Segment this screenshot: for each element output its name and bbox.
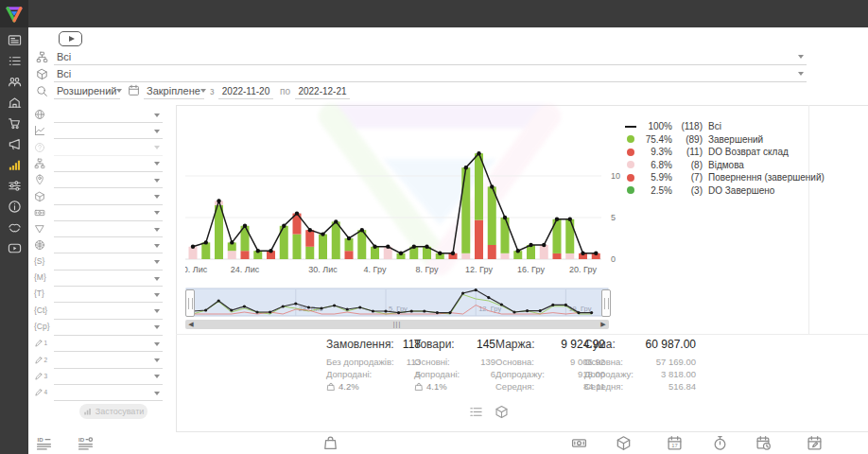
sidebar-item-video-lessons[interactable] [0,238,28,257]
utm-medium-select[interactable] [54,271,163,287]
toolbar-report-schedule[interactable] [755,435,772,451]
chevron-down-icon [154,358,160,362]
minimap-left-handle[interactable] [185,289,195,317]
sidebar-item-partners[interactable] [0,218,28,236]
toolbar-report-calendar[interactable]: 17 [667,435,683,451]
sidebar-item-shop[interactable] [0,114,28,132]
toggle-list-view[interactable] [469,405,483,419]
sidebar-item-settings[interactable] [0,176,28,195]
legend-percent: 6.8% [640,160,672,170]
toolbar-report-orders[interactable] [322,435,339,451]
sidebar-item-orders-list[interactable] [0,51,28,70]
utm-medium-icon: {M} [34,272,47,282]
svg-text:12. Гру: 12. Гру [478,305,501,313]
toolbar-report-id-list[interactable]: ID [36,435,52,451]
legend-count: (118) [672,121,703,131]
custom-field-1-icon: 1 [34,338,47,348]
legend-count: (3) [672,185,703,196]
status-group-select[interactable] [54,124,163,139]
scroll-right-arrow-icon[interactable]: ▶ [599,320,608,329]
orders-chart[interactable]: 051020. Лис24. Лис30. Лис4. Гру8. Гру12.… [185,112,628,276]
structure-select[interactable] [54,157,163,172]
cube-icon [34,191,45,202]
toggle-product-view[interactable] [495,405,509,419]
toolbar-report-id-o-list[interactable]: ID [78,435,94,451]
app-logo[interactable] [0,0,28,27]
toolbar-report-payments[interactable] [571,435,587,451]
stat-subrow: Допродані:6 [414,368,495,380]
toolbar-report-timing[interactable] [712,435,728,451]
utm-content-select[interactable] [54,305,163,320]
utm-term-select[interactable] [54,288,163,303]
legend-item-5[interactable]: 2.5%(3)DO Завершено [624,184,825,198]
product-filter-select[interactable]: Всі [54,66,807,82]
brand-logo-icon [5,5,24,24]
svg-text:4. Гру: 4. Гру [364,265,387,274]
date-from-value: 2022-11-20 [222,86,269,96]
play-icon [69,36,75,42]
custom-field-4-select[interactable] [54,386,163,401]
site-select[interactable] [54,238,163,253]
sidebar-item-marketing[interactable] [0,134,28,153]
reason-select[interactable] [54,141,163,156]
date-to-input[interactable]: 2022-12-21 [295,83,350,99]
stat-title: Замовлення: [326,338,394,351]
payment-select[interactable] [54,206,163,221]
help-icon [34,142,45,153]
stat-subrow: Без допродажів:113 [326,356,421,368]
utm-campaign-select[interactable] [54,321,163,336]
custom-field-1-select[interactable] [54,337,163,352]
sitemap-icon [34,158,45,169]
custom-field-3-select[interactable] [54,370,163,385]
filter-row-custom-field-1: 1 [34,337,166,352]
legend-item-4[interactable]: 5.9%(7)Повернення (завершений) [624,171,825,184]
sitemap-icon [36,51,48,63]
date-from-label: з [210,86,215,96]
chart-minimap[interactable]: 28. Лис5. Гру12. Гру19. Гру [185,288,609,320]
legend-label: Завершений [708,134,763,145]
chevron-down-icon [200,89,206,93]
chevron-down-icon [154,293,160,297]
stat-subrow: Допродані:5 [326,368,421,380]
legend-item-3[interactable]: 6.8%(8)Відмова [624,159,825,172]
funnel-icon [34,223,47,235]
search-mode-select[interactable]: Розширений [54,83,120,99]
video-tutorial-button[interactable] [59,31,82,46]
custom-field-2-select[interactable] [54,354,163,369]
utm-source-select[interactable] [54,255,163,271]
legend-dot-marker [627,186,634,194]
toolbar-report-planner[interactable] [807,435,823,451]
chevron-down-icon [154,244,160,248]
source-filter-value: Всі [54,51,71,62]
legend-item-1[interactable]: 75.4%(89)Завершений [624,133,825,147]
sidebar-item-info[interactable] [0,197,28,216]
funnel-select[interactable] [54,222,163,237]
legend-item-2[interactable]: 9.3%(11)DO Возврат склад [624,146,825,159]
toolbar-report-products[interactable] [616,435,632,451]
manager-select[interactable] [54,173,163,188]
country-select[interactable] [54,108,163,123]
company-icon [8,96,22,110]
chevron-down-icon [154,260,160,264]
chart-legend: 100%(118)Всі75.4%(89)Завершений9.3%(11)D… [624,120,825,197]
sidebar-item-customers[interactable] [0,72,28,91]
period-mode-select[interactable]: Закріплене [144,83,204,99]
filter-row-structure [34,157,166,172]
filter-row-country [34,108,166,123]
stat-subrow: Середня:516.84 [584,380,696,393]
sidebar-item-analytics[interactable] [0,155,28,174]
minimap-scrollbar[interactable]: ◀ ||| ▶ [185,320,609,329]
status-group-icon [34,125,47,136]
source-filter-select[interactable]: Всі [54,49,807,65]
scroll-left-arrow-icon[interactable]: ◀ [186,320,196,329]
legend-item-0[interactable]: 100%(118)Всі [624,120,825,133]
sidebar-item-company[interactable] [0,93,28,112]
date-from-input[interactable]: 2022-11-20 [218,83,273,99]
scrollbar-grip[interactable]: ||| [393,321,401,328]
minimap-right-handle[interactable] [601,289,611,317]
sidebar-item-dashboard[interactable] [0,30,28,49]
product-select[interactable] [54,190,163,205]
apply-filters-button[interactable]: Застосувати [79,404,148,419]
svg-text:12. Гру: 12. Гру [465,265,493,274]
filter-row-utm-term: {T} [34,288,166,303]
